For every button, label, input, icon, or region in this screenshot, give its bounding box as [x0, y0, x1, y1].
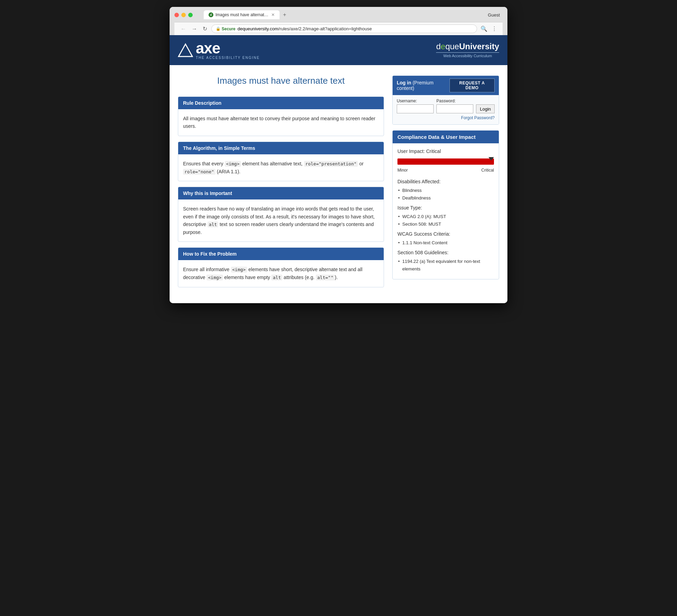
rule-description-text: All images must have alternate text to c… [183, 115, 379, 130]
login-header-label: Log in (Premium content) [397, 80, 449, 91]
search-button[interactable]: 🔍 [480, 25, 488, 33]
issue-type-title: Issue Type: [397, 204, 494, 212]
maximize-button[interactable] [188, 13, 193, 17]
rule-description-body: All images must have alternate text to c… [178, 109, 384, 136]
impact-min-label: Minor [397, 167, 408, 174]
svg-marker-0 [179, 44, 192, 57]
axe-triangle-logo [178, 43, 193, 58]
alt-code-2: alt [271, 275, 282, 280]
list-item: Deafblindness [402, 194, 494, 202]
username-field: Username: [397, 99, 434, 113]
page-title: Images must have alternate text [178, 75, 384, 86]
close-button[interactable] [174, 13, 179, 17]
axe-subtitle: THE ACCESSIBILITY ENGINE [196, 56, 260, 60]
password-input[interactable] [436, 104, 473, 113]
axe-logo: axe THE ACCESSIBILITY ENGINE [178, 41, 260, 60]
algorithm-header: The Algorithm, in Simple Terms [178, 142, 384, 154]
login-button[interactable]: Login [476, 104, 495, 113]
impact-labels: Minor Critical [397, 167, 494, 174]
secure-badge: Secure [216, 27, 235, 31]
list-item: 1194.22 (a) Text equivalent for non-text… [402, 258, 494, 273]
compliance-header: Compliance Data & User Impact [393, 131, 499, 143]
disabilities-title: Disabilities Affected: [397, 178, 494, 186]
url-bar[interactable]: Secure dequeuniversity.com/rules/axe/2.2… [211, 24, 477, 33]
wcag-title: WCAG Success Criteria: [397, 230, 494, 238]
section508-list: 1194.22 (a) Text equivalent for non-text… [397, 258, 494, 273]
browser-window: d Images must have alternate te... ✕ + G… [170, 7, 507, 303]
impact-bar [397, 158, 494, 165]
img-code-2: <img> [231, 267, 247, 273]
algorithm-card: The Algorithm, in Simple Terms Ensures t… [178, 142, 384, 182]
img-code-3: <img> [206, 275, 223, 280]
url-text: dequeuniversity.com/rules/axe/2.2/image-… [238, 26, 372, 31]
how-to-fix-text: Ensure all informative <img> elements ha… [183, 266, 379, 281]
site-header: axe THE ACCESSIBILITY ENGINE dequeUniver… [170, 35, 507, 65]
section508-title: Section 508 Guidelines: [397, 249, 494, 257]
algorithm-text: Ensures that every <img> element has alt… [183, 160, 379, 176]
username-input[interactable] [397, 104, 434, 113]
disabilities-section: Disabilities Affected: Blindness Deafbli… [397, 178, 494, 202]
compliance-body: User Impact: Critical Minor Critical Dis… [393, 143, 499, 279]
password-field: Password: [436, 99, 473, 113]
impact-max-label: Critical [481, 167, 494, 174]
tab-bar: d Images must have alternate te... ✕ + [204, 10, 289, 19]
issue-type-list: WCAG 2.0 (A): MUST Section 508: MUST [397, 213, 494, 228]
compliance-box: Compliance Data & User Impact User Impac… [392, 130, 499, 279]
forgot-password-link: Forgot Password? [397, 115, 495, 120]
impact-bar-container [397, 158, 494, 165]
tab-favicon: d [209, 12, 213, 17]
list-item: WCAG 2.0 (A): MUST [402, 213, 494, 220]
active-tab[interactable]: d Images must have alternate te... ✕ [204, 10, 280, 19]
wcag-section: WCAG Success Criteria: 1.1.1 Non-text Co… [397, 230, 494, 247]
issue-type-section: Issue Type: WCAG 2.0 (A): MUST Section 5… [397, 204, 494, 228]
how-to-fix-body: Ensure all informative <img> elements ha… [178, 260, 384, 287]
disabilities-list: Blindness Deafblindness [397, 187, 494, 202]
role-none-code: role="none" [183, 169, 215, 175]
user-impact-label: User Impact: Critical [397, 147, 494, 156]
rule-description-header: Rule Description [178, 97, 384, 109]
username-label: Username: [397, 99, 434, 103]
why-important-header: Why this is Important [178, 187, 384, 199]
rule-description-card: Rule Description All images must have al… [178, 96, 384, 136]
site-content: Images must have alternate text Rule Des… [170, 65, 507, 303]
deque-logo: dequeUniversity Web Accessibility Curric… [436, 42, 499, 58]
tab-title: Images must have alternate te... [215, 12, 269, 17]
why-important-text: Screen readers have no way of translatin… [183, 205, 379, 236]
forward-button[interactable]: → [190, 25, 199, 32]
forgot-password-anchor[interactable]: Forgot Password? [461, 115, 495, 120]
guest-label: Guest [488, 12, 500, 18]
password-label: Password: [436, 99, 473, 103]
role-presentation-code: role="presentation" [304, 161, 358, 167]
section508-section: Section 508 Guidelines: 1194.22 (a) Text… [397, 249, 494, 273]
axe-text: axe [196, 41, 260, 56]
login-body: Username: Password: Login Forgot Passwor… [393, 95, 499, 124]
tab-close-icon[interactable]: ✕ [271, 12, 275, 17]
how-to-fix-header: How to Fix the Problem [178, 248, 384, 260]
wcag-list: 1.1.1 Non-text Content [397, 239, 494, 247]
deque-tagline: Web Accessibility Curriculum [436, 52, 499, 58]
img-code-1: <img> [225, 161, 241, 167]
new-tab-button[interactable]: + [280, 10, 289, 19]
list-item: 1.1.1 Non-text Content [402, 239, 494, 247]
list-item: Blindness [402, 187, 494, 194]
why-important-body: Screen readers have no way of translatin… [178, 199, 384, 242]
minimize-button[interactable] [181, 13, 186, 17]
back-button[interactable]: ← [179, 25, 188, 32]
sidebar-column: Log in (Premium content) REQUEST A DEMO … [392, 75, 499, 293]
reload-button[interactable]: ↻ [201, 25, 209, 32]
deque-logo-text: dequeUniversity [436, 42, 499, 51]
login-header: Log in (Premium content) REQUEST A DEMO [393, 76, 499, 95]
menu-button[interactable]: ⋮ [491, 25, 498, 33]
request-demo-button[interactable]: REQUEST A DEMO [449, 79, 495, 92]
how-to-fix-card: How to Fix the Problem Ensure all inform… [178, 247, 384, 287]
login-box: Log in (Premium content) REQUEST A DEMO … [392, 75, 499, 125]
list-item: Section 508: MUST [402, 220, 494, 228]
address-bar: ← → ↻ Secure dequeuniversity.com/rules/a… [174, 22, 503, 35]
window-controls [174, 13, 193, 17]
browser-titlebar: d Images must have alternate te... ✕ + G… [170, 7, 507, 35]
alt-empty-code: alt="" [316, 275, 335, 280]
login-fields: Username: Password: Login [397, 99, 495, 113]
why-important-card: Why this is Important Screen readers hav… [178, 187, 384, 242]
main-column: Images must have alternate text Rule Des… [178, 75, 384, 293]
algorithm-body: Ensures that every <img> element has alt… [178, 154, 384, 181]
